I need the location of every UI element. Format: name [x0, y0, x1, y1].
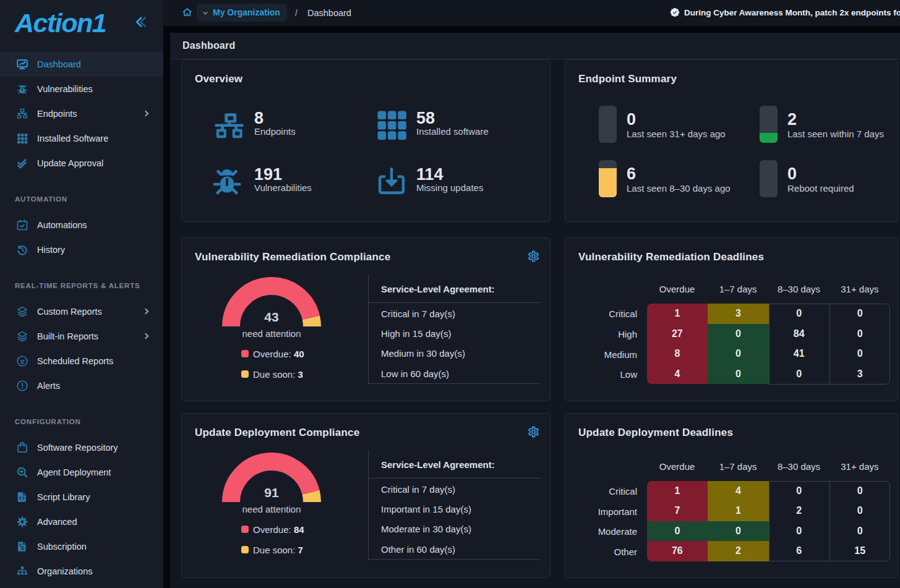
svg-text:$: $ [22, 547, 24, 550]
